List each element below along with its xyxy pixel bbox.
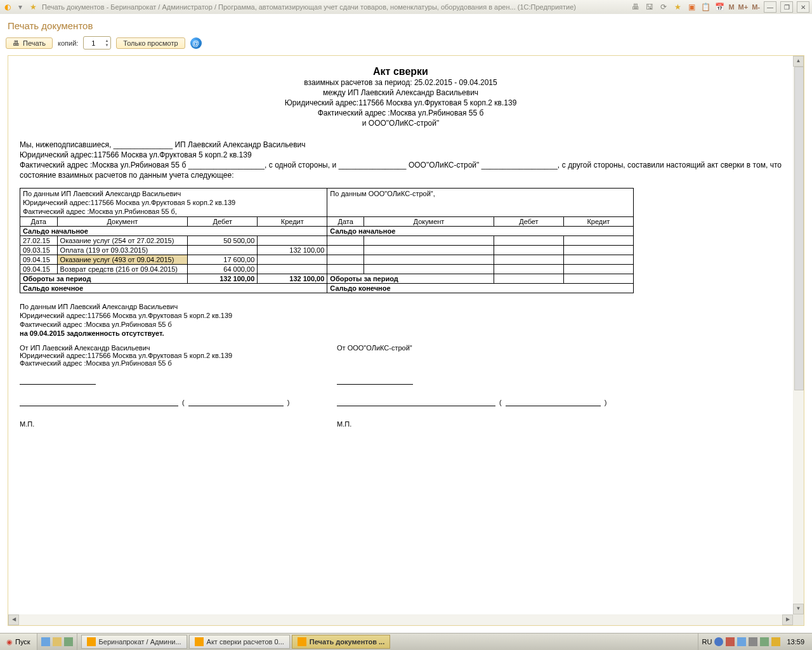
scroll-left-icon[interactable]: ◀ — [8, 614, 19, 625]
cell-empty — [363, 265, 494, 274]
cell-empty — [494, 236, 564, 246]
sig-left-paren-line — [188, 406, 284, 406]
start-button[interactable]: ◉ Пуск — [0, 633, 37, 650]
doc-sub4: Фактический адрес :Москва ул.Рябиновая 5… — [20, 108, 782, 118]
app-task-icon — [87, 637, 96, 646]
doc-sub1: взаимных расчетов за период: 25.02.2015 … — [20, 77, 782, 88]
clock[interactable]: 13:59 — [783, 638, 808, 646]
col-credit-left: Кредит — [258, 217, 327, 227]
close-button[interactable]: ✕ — [797, 1, 809, 13]
scroll-track-h[interactable] — [19, 615, 782, 625]
copies-input[interactable] — [84, 39, 103, 48]
mp-left: М.П. — [20, 420, 299, 428]
cell-empty — [327, 246, 364, 255]
doc-sub3: Юридический адрес:117566 Москва ул.Фрукт… — [20, 98, 782, 108]
sig-right-from: От ООО"ОЛиКС-строй" — [337, 344, 616, 352]
start-icon: ◉ — [6, 638, 13, 646]
turnover-label-right: Обороты за период — [327, 274, 494, 284]
taskbar-task-1[interactable]: Беринапрокат / Админи... — [81, 635, 187, 649]
sig-left-from: От ИП Лаевский Александр Васильевич — [20, 344, 299, 352]
cell-empty — [363, 246, 494, 255]
col-doc-right: Документ — [363, 217, 494, 227]
tray-usb-icon[interactable] — [760, 637, 769, 646]
table-row[interactable]: 09.03.15Оплата (119 от 09.03.2015)132 10… — [20, 246, 634, 255]
cell-empty — [327, 255, 364, 265]
mem-m-minus[interactable]: M- — [752, 3, 760, 11]
scroll-right-icon[interactable]: ▶ — [782, 614, 793, 625]
favorites-icon[interactable]: ★ — [28, 2, 38, 12]
mem-m-plus[interactable]: M+ — [738, 3, 749, 11]
vertical-scrollbar[interactable]: ▲ ▼ — [793, 56, 804, 614]
turnover-credit-left: 132 100,00 — [258, 274, 327, 284]
cell-credit — [258, 236, 327, 246]
reconciliation-table: По данным ИП Лаевский Александр Васильев… — [20, 188, 634, 293]
footer-f1: По данным ИП Лаевский Александр Васильев… — [20, 302, 782, 311]
taskbar-task-3[interactable]: Печать документов ... — [292, 635, 391, 649]
signatures: От ИП Лаевский Александр Васильевич Юрид… — [20, 344, 782, 428]
footer-f4: на 09.04.2015 задолженность отсутствует. — [20, 329, 782, 338]
copies-spinner[interactable]: ▲ ▼ — [83, 36, 111, 50]
print-icon[interactable]: 🖶 — [631, 2, 641, 12]
spinner-down-icon[interactable]: ▼ — [103, 43, 110, 48]
scroll-up-icon[interactable]: ▲ — [793, 56, 804, 67]
preamble-line3: Фактический адрес :Москва ул.Рябиновая 5… — [20, 160, 782, 180]
star-icon[interactable]: ★ — [672, 2, 683, 12]
calendar-icon[interactable]: 📅 — [714, 2, 724, 12]
sig-right-short-line — [337, 384, 413, 385]
sig-left-a1: Юридический адрес:117566 Москва ул.Фрукт… — [20, 352, 299, 359]
cell-empty — [327, 236, 364, 246]
spinner-up-icon[interactable]: ▲ — [103, 39, 110, 43]
cell-date: 09.04.15 — [20, 265, 58, 274]
sig-left-name-line — [20, 406, 178, 406]
doc-sub5: и ООО"ОЛиКС-строй" — [20, 118, 782, 128]
app-icon: ◐ — [3, 2, 13, 12]
mem-m[interactable]: M — [728, 3, 734, 11]
maximize-button[interactable]: ❐ — [780, 1, 793, 13]
cell-empty — [363, 236, 494, 246]
only-view-button[interactable]: Только просмотр — [116, 37, 185, 49]
preamble-line2: Юридический адрес:117566 Москва ул.Фрукт… — [20, 150, 782, 160]
horizontal-scrollbar[interactable]: ◀ ▶ — [8, 614, 793, 625]
scroll-thumb-v[interactable] — [794, 67, 804, 390]
cell-debit: 17 600,00 — [188, 255, 258, 265]
doc-title: Акт сверки — [20, 66, 782, 77]
document-page: Акт сверки взаимных расчетов за период: … — [8, 56, 793, 614]
cell-empty — [363, 255, 494, 265]
saldo-end-right: Сальдо конечное — [327, 284, 634, 293]
turnover-debit-left: 132 100,00 — [188, 274, 258, 284]
print-button[interactable]: 🖶 Печать — [6, 37, 53, 49]
window-title: Печать документов - Беринапрокат / Админ… — [38, 3, 631, 11]
refresh-icon[interactable]: ⟳ — [658, 2, 669, 12]
turnover-label-left: Обороты за период — [20, 274, 188, 284]
titlebar: ◐ ▾ ★ Печать документов - Беринапрокат /… — [0, 0, 812, 15]
scroll-down-icon[interactable]: ▼ — [793, 604, 804, 614]
footer-f2: Юридический адрес:117566 Москва ул.Фрукт… — [20, 311, 782, 320]
tray-warning-icon[interactable] — [771, 637, 780, 646]
cell-empty — [494, 255, 564, 265]
lang-indicator[interactable]: RU — [702, 638, 712, 646]
help-icon[interactable]: ▣ — [686, 2, 697, 12]
cell-empty — [327, 265, 364, 274]
minimize-button[interactable]: — — [764, 1, 776, 13]
tray-shield-icon[interactable] — [726, 637, 735, 646]
cell-doc: Оказание услуг (493 от 09.04.2015) — [57, 255, 188, 265]
explorer-icon[interactable] — [53, 637, 62, 646]
tray-help-icon[interactable] — [714, 637, 723, 646]
table-row[interactable]: 09.04.15Оказание услуг (493 от 09.04.201… — [20, 255, 634, 265]
calc-icon[interactable]: 📋 — [700, 2, 710, 12]
cell-credit — [258, 255, 327, 265]
tray-sound-icon[interactable] — [749, 637, 757, 646]
col-debit-left: Дебет — [188, 217, 258, 227]
desktop-icon[interactable] — [41, 637, 50, 646]
at-icon[interactable]: @ — [190, 37, 202, 49]
ql-icon[interactable] — [64, 637, 73, 646]
scroll-track-v[interactable] — [794, 67, 803, 604]
toolbar: 🖶 Печать копий: ▲ ▼ Только просмотр @ — [0, 36, 812, 53]
table-row[interactable]: 27.02.15Оказание услуг (254 от 27.02.201… — [20, 236, 634, 246]
dropdown-icon[interactable]: ▾ — [15, 2, 25, 12]
table-row[interactable]: 09.04.15Возврат средств (216 от 09.04.20… — [20, 265, 634, 274]
save-icon[interactable]: 🖫 — [645, 2, 655, 12]
taskbar-task-2[interactable]: Акт сверки расчетов 0... — [189, 635, 290, 649]
left-party-header: По данным ИП Лаевский Александр Васильев… — [20, 189, 327, 217]
tray-network-icon[interactable] — [737, 637, 746, 646]
